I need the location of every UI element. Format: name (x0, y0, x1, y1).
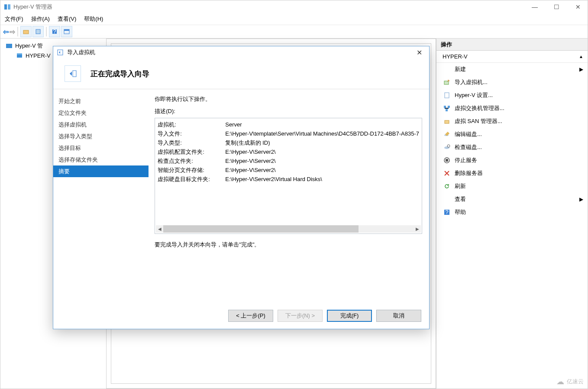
actions-header: 操作 (436, 39, 588, 51)
svg-rect-12 (445, 93, 449, 98)
description-label: 描述(D): (155, 107, 422, 115)
desc-val-vhdtarget: E:\Hyper-V\Server2\Virtual Hard Disks\ (225, 176, 322, 182)
svg-rect-10 (17, 53, 22, 55)
next-button: 下一步(N) > (278, 310, 323, 322)
stop-icon (443, 157, 450, 164)
server-group-icon (6, 42, 13, 49)
prev-button[interactable]: < 上一步(P) (228, 310, 273, 322)
menu-help[interactable]: 帮助(H) (84, 15, 103, 23)
nav-step-locate[interactable]: 定位文件夹 (53, 107, 149, 119)
action-hyperv-settings[interactable]: Hyper-V 设置... (436, 89, 588, 102)
nav-forward-icon[interactable]: ⇨ (10, 28, 15, 36)
svg-rect-21 (446, 159, 448, 162)
minimize-button[interactable]: ― (529, 3, 541, 10)
toolbar-panel-icon[interactable] (61, 26, 72, 37)
svg-rect-16 (445, 120, 449, 123)
action-new[interactable]: 新建▶ (436, 63, 588, 76)
desc-key-importtype: 导入类型: (158, 139, 225, 147)
menu-file[interactable]: 文件(F) (5, 15, 23, 23)
watermark-text: 亿速云 (567, 378, 584, 386)
action-help[interactable]: ?帮助 (436, 206, 588, 219)
help-icon: ? (443, 209, 450, 216)
action-stop-service[interactable]: 停止服务 (436, 154, 588, 167)
collapse-icon[interactable]: ▲ (579, 54, 583, 59)
svg-rect-25 (73, 71, 76, 77)
close-button[interactable]: ✕ (572, 3, 584, 10)
action-settings-label: Hyper-V 设置... (455, 91, 493, 99)
description-box: 虚拟机:Server 导入文件:E:\Hyper-V\template\Serv… (155, 118, 422, 234)
nav-step-summary[interactable]: 摘要 (53, 165, 149, 177)
svg-rect-7 (64, 29, 69, 31)
dialog-title-text: 导入虚拟机 (67, 49, 95, 56)
nav-step-target[interactable]: 选择目标 (53, 142, 149, 154)
dialog-close-button[interactable]: ✕ (413, 49, 426, 57)
desc-val-importfile: E:\Hyper-V\template\Server\Virtual Machi… (225, 130, 419, 137)
toolbar-folder-icon[interactable] (20, 26, 32, 37)
menu-action[interactable]: 操作(A) (31, 15, 50, 23)
action-vswitch-manager[interactable]: 虚拟交换机管理器... (436, 102, 588, 115)
cancel-button[interactable]: 取消 (376, 310, 421, 322)
action-import-vm[interactable]: 导入虚拟机... (436, 76, 588, 89)
action-check-disk[interactable]: 检查磁盘... (436, 141, 588, 154)
horizontal-scrollbar[interactable]: ◀ ▶ (156, 225, 421, 233)
nav-step-before[interactable]: 开始之前 (53, 95, 149, 107)
toolbar-properties-icon[interactable] (32, 26, 44, 37)
action-new-label: 新建 (455, 65, 466, 73)
desc-val-vm: Server (225, 121, 242, 128)
tree-node-label: HYPER-V (26, 52, 51, 59)
actions-group-title[interactable]: HYPER-V ▲ (436, 51, 588, 63)
dialog-body: 开始之前 定位文件夹 选择虚拟机 选择导入类型 选择目标 选择存储文件夹 摘要 … (53, 89, 429, 303)
import-icon (443, 79, 450, 86)
menu-view[interactable]: 查看(V) (58, 15, 76, 23)
chevron-right-icon: ▶ (579, 66, 583, 72)
nav-step-importtype[interactable]: 选择导入类型 (53, 130, 149, 142)
wizard-complete-icon (65, 65, 81, 82)
wizard-content: 你即将执行以下操作。 描述(D): 虚拟机:Server 导入文件:E:\Hyp… (149, 89, 429, 303)
svg-rect-3 (36, 29, 40, 34)
titlebar: Hyper-V 管理器 ― ☐ ✕ (0, 0, 588, 13)
svg-rect-1 (8, 4, 10, 10)
dialog-titlebar: 导入虚拟机 ✕ (53, 46, 429, 58)
toolbar: ⇦ ⇨ ? (0, 25, 588, 39)
scroll-track[interactable] (163, 225, 414, 233)
desc-val-smartpaging: E:\Hyper-V\Server2\ (225, 167, 275, 173)
nav-step-selectvm[interactable]: 选择虚拟机 (53, 119, 149, 130)
nav-back-icon[interactable]: ⇦ (3, 28, 9, 36)
summary-outro: 要完成导入并关闭本向导，请单击"完成"。 (155, 241, 422, 249)
action-editdisk-label: 编辑磁盘... (455, 130, 482, 138)
action-view[interactable]: 查看▶ (436, 193, 588, 206)
finish-button[interactable]: 完成(F) (327, 310, 372, 322)
toolbar-help-icon[interactable]: ? (49, 26, 60, 37)
desc-key-configfolder: 虚拟机配置文件夹: (158, 148, 225, 156)
scroll-left-icon[interactable]: ◀ (156, 225, 163, 233)
edit-disk-icon (443, 131, 450, 138)
actions-group-label: HYPER-V (443, 53, 468, 60)
svg-text:?: ? (445, 209, 448, 215)
svg-rect-15 (446, 109, 448, 111)
refresh-icon (443, 183, 450, 190)
svg-rect-14 (448, 106, 450, 108)
svg-rect-0 (4, 4, 7, 10)
toolbar-separator (17, 27, 18, 36)
svg-rect-8 (6, 44, 12, 48)
desc-key-vhdtarget: 虚拟硬盘目标文件夹: (158, 175, 225, 183)
scroll-thumb[interactable] (163, 225, 359, 233)
desc-val-importtype: 复制(生成新的 ID) (225, 139, 270, 147)
action-remove-label: 删除服务器 (455, 169, 483, 177)
watermark: ☁ 亿速云 (556, 377, 584, 386)
scroll-right-icon[interactable]: ▶ (414, 225, 421, 233)
desc-key-importfile: 导入文件: (158, 130, 225, 138)
maximize-button[interactable]: ☐ (550, 3, 562, 10)
action-refresh[interactable]: 刷新 (436, 180, 588, 193)
svg-rect-13 (444, 106, 446, 108)
settings-doc-icon (443, 92, 450, 99)
cloud-icon: ☁ (556, 377, 564, 386)
action-edit-disk[interactable]: 编辑磁盘... (436, 128, 588, 141)
check-disk-icon (443, 144, 450, 151)
nav-step-storage[interactable]: 选择存储文件夹 (53, 154, 149, 165)
actions-pane: 操作 HYPER-V ▲ 新建▶ 导入虚拟机... Hyper-V 设置... … (436, 39, 588, 389)
svg-point-18 (444, 146, 449, 149)
action-remove-server[interactable]: 删除服务器 (436, 167, 588, 180)
action-vsan-manager[interactable]: 虚拟 SAN 管理器... (436, 115, 588, 128)
dialog-footer: < 上一步(P) 下一步(N) > 完成(F) 取消 (53, 303, 429, 329)
